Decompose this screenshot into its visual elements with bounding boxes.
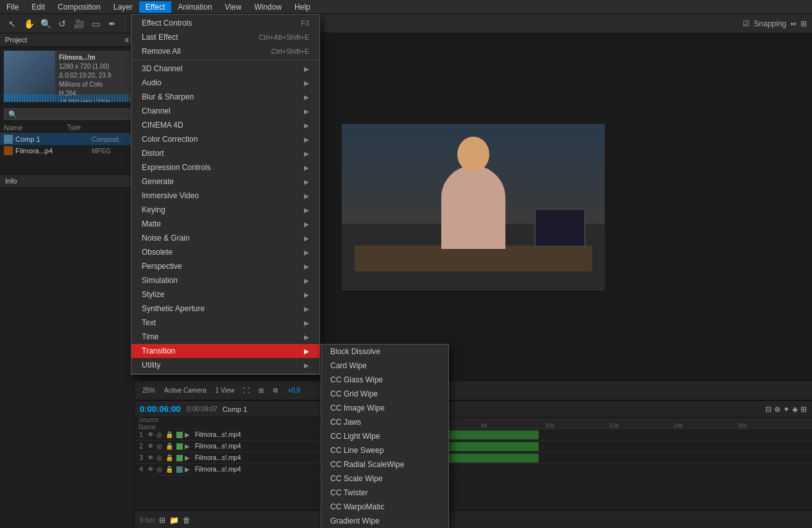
project-menu-icon[interactable]: ≡ [125,36,129,44]
snapping-icon1[interactable]: ⇔ [790,19,797,28]
menu-item-perspective[interactable]: Perspective ▶ [131,259,319,273]
submenu-cc-grid-wipe[interactable]: CC Grid Wipe [321,387,448,401]
menu-item-time[interactable]: Time ▶ [131,330,319,344]
layer-expand-4[interactable]: ▶ [185,466,194,473]
submenu-card-wipe[interactable]: Card Wipe [321,359,448,373]
file-item-filmora[interactable]: Filmora...p4 MPEG [0,145,134,157]
timeline-bottom-icon3[interactable]: 🗑 [183,516,190,525]
menu-file[interactable]: File [0,1,25,13]
menu-item-synthetic-aperture[interactable]: Synthetic Aperture ▶ [131,302,319,316]
simulation-arrow: ▶ [304,277,309,284]
menu-item-3d-channel[interactable]: 3D Channel ▶ [131,62,319,76]
menu-item-simulation[interactable]: Simulation ▶ [131,273,319,287]
menu-item-expression-controls[interactable]: Expression Controls ▶ [131,160,319,175]
menu-item-generate[interactable]: Generate ▶ [131,175,319,189]
menu-item-audio[interactable]: Audio ▶ [131,76,319,90]
layer-expand-1[interactable]: ▶ [185,431,194,438]
toolbar-hand-tool[interactable]: ✋ [22,17,36,31]
menu-window[interactable]: Window [248,1,288,13]
submenu-cc-jaws[interactable]: CC Jaws [321,415,448,429]
menu-layer[interactable]: Layer [107,1,139,13]
thumb-waveform [4,94,130,102]
submenu-cc-scale-wipe[interactable]: CC Scale Wipe [321,472,448,486]
viewer-grid-icon[interactable]: ⊞ [256,386,266,395]
menu-item-keying[interactable]: Keying ▶ [131,203,319,217]
menu-item-color-correction[interactable]: Color Correction ▶ [131,132,319,146]
menu-item-transition[interactable]: Transition ▶ Block Dissolve Card Wipe CC… [131,344,319,358]
menu-item-noise-grain[interactable]: Noise & Grain ▶ [131,231,319,245]
submenu-cc-twister[interactable]: CC Twister [321,486,448,500]
timeline-bottom-icon1[interactable]: ⊞ [159,516,165,525]
layer-vis-3[interactable]: 👁 [148,454,156,461]
scene-person-head [457,137,489,172]
timeline-current-time[interactable]: 0:00:06:00 [140,404,181,414]
menu-item-remove-all[interactable]: Remove All Ctrl+Shift+E [131,44,319,58]
menu-item-blur-sharpen[interactable]: Blur & Sharpen ▶ [131,90,319,104]
toolbar-camera-tool[interactable]: 🎥 [72,17,86,31]
menu-effect[interactable]: Effect [139,1,171,13]
viewer-settings-icon[interactable]: ⚙ [270,386,281,395]
submenu-cc-image-wipe[interactable]: CC Image Wipe [321,401,448,415]
submenu-cc-radial-scalewipe[interactable]: CC Radial ScaleWipe [321,457,448,472]
menu-item-immersive-video[interactable]: Immersive Video ▶ [131,189,319,203]
project-search[interactable] [4,108,130,120]
layer-solo-4[interactable]: ◎ [156,466,165,473]
layer-lock-3[interactable]: 🔒 [165,454,174,461]
cc-radial-scalewipe-label: CC Radial ScaleWipe [330,460,404,469]
layer-expand-2[interactable]: ▶ [185,443,194,450]
layer-vis-2[interactable]: 👁 [148,443,156,450]
transition-submenu[interactable]: Block Dissolve Card Wipe CC Glass Wipe C… [321,344,449,528]
submenu-cc-glass-wipe[interactable]: CC Glass Wipe [321,373,448,387]
submenu-cc-warpomatc[interactable]: CC WarpoMatic [321,500,448,514]
timeline-ctrl-btn3[interactable]: ✦ [783,405,790,414]
menu-animation[interactable]: Animation [171,1,218,13]
menu-help[interactable]: Help [288,1,317,13]
toolbar-rotate-tool[interactable]: ↺ [55,17,69,31]
submenu-block-dissolve[interactable]: Block Dissolve [321,345,448,359]
viewer-zoom[interactable]: 25% [140,386,158,395]
menu-view[interactable]: View [219,1,248,13]
timeline-ctrl-btn5[interactable]: ⊞ [800,405,807,414]
viewer-expand-icon[interactable]: ⛶ [241,386,252,395]
layer-vis-1[interactable]: 👁 [148,431,156,438]
layer-lock-1[interactable]: 🔒 [165,431,174,438]
layer-lock-2[interactable]: 🔒 [165,443,174,450]
effect-menu[interactable]: Effect Controls F3 Last Effect Ctrl+Alt+… [131,14,320,375]
toolbar-pen-tool[interactable]: ✒ [105,17,119,31]
menu-item-obsolete[interactable]: Obsolete ▶ [131,245,319,259]
viewer-view[interactable]: 1 View [213,386,237,395]
menu-item-text[interactable]: Text ▶ [131,316,319,330]
layer-solo-3[interactable]: ◎ [156,454,165,461]
timeline-ctrl-btn4[interactable]: ◈ [792,405,798,414]
menu-item-last-effect[interactable]: Last Effect Ctrl+Alt+Shift+E [131,30,319,44]
file-item-comp1[interactable]: Comp 1 Composit. [0,133,134,145]
timeline-ctrl-btn1[interactable]: ⊟ [765,405,772,414]
menu-item-distort[interactable]: Distort ▶ [131,146,319,160]
submenu-cc-line-sweep[interactable]: CC Line Sweep [321,443,448,457]
menu-item-stylize[interactable]: Stylize ▶ [131,287,319,302]
menu-item-utility[interactable]: Utility ▶ [131,358,319,372]
submenu-cc-light-wipe[interactable]: CC Light Wipe [321,429,448,443]
menu-edit[interactable]: Edit [25,1,51,13]
toolbar-arrow-tool[interactable]: ↖ [5,17,19,31]
layer-solo-2[interactable]: ◎ [156,443,165,450]
snapping-checkbox[interactable]: ☑ [743,19,750,28]
synthetic-aperture-label: Synthetic Aperture [142,304,205,313]
menu-composition[interactable]: Composition [51,1,107,13]
snapping-icon2[interactable]: ⊞ [800,19,807,28]
timeline-ctrl-btn2[interactable]: ⊕ [774,405,781,414]
menu-item-matte[interactable]: Matte ▶ [131,217,319,231]
timeline-bottom-icon2[interactable]: 📁 [169,516,179,525]
synthetic-aperture-arrow: ▶ [304,305,309,312]
layer-vis-4[interactable]: 👁 [148,466,156,473]
menu-item-cinema4d[interactable]: CINEMA 4D ▶ [131,118,319,132]
viewer-camera[interactable]: Active Camera [162,386,209,395]
layer-expand-3[interactable]: ▶ [185,454,194,461]
layer-lock-4[interactable]: 🔒 [165,466,174,473]
toolbar-rect-tool[interactable]: ▭ [89,17,103,31]
menu-item-effect-controls[interactable]: Effect Controls F3 [131,16,319,30]
layer-solo-1[interactable]: ◎ [156,431,165,438]
submenu-gradient-wipe[interactable]: Gradient Wipe [321,514,448,528]
menu-item-channel[interactable]: Channel ▶ [131,104,319,118]
toolbar-zoom-tool[interactable]: 🔍 [38,17,53,31]
